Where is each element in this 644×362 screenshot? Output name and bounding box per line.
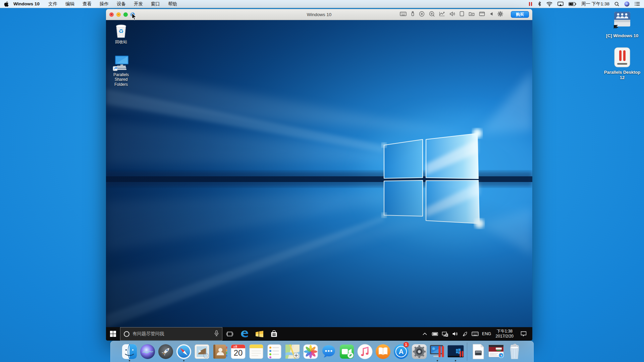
tray-touch-keyboard-icon[interactable] xyxy=(471,331,480,336)
dock-facetime-icon[interactable] xyxy=(339,341,355,362)
tray-windows-ink-icon[interactable] xyxy=(461,331,470,337)
dock-mail-icon[interactable] xyxy=(194,341,210,362)
cortana-icon xyxy=(124,331,129,337)
dock-app-store-icon[interactable]: A 1 xyxy=(393,341,410,362)
tray-chevron-up-icon[interactable] xyxy=(421,333,429,335)
dock-disk-image-document[interactable] xyxy=(470,341,487,362)
parallels-status-icon[interactable] xyxy=(529,2,533,6)
vm-window-title: Windows 10 xyxy=(307,12,332,17)
svg-text:♻: ♻ xyxy=(118,28,123,35)
parallels-vm-window: × − ▣ Windows 10 购买 xyxy=(106,9,532,341)
dock-trash-icon[interactable] xyxy=(506,341,523,362)
dock-photos-icon[interactable] xyxy=(303,341,319,362)
dvd-search-icon[interactable] xyxy=(429,11,435,18)
windows-taskbar: 有问题尽管问我 xyxy=(106,327,532,341)
edge-browser-button[interactable] xyxy=(237,327,252,341)
airplay-display-icon[interactable] xyxy=(557,2,564,6)
video-icon[interactable] xyxy=(479,11,485,18)
action-center-icon[interactable] xyxy=(517,331,530,337)
dock-separator xyxy=(467,343,467,361)
dock-finder-icon[interactable] xyxy=(121,341,138,362)
desktop-icon-parallels-12[interactable]: Parallels Desktop 12 xyxy=(602,47,642,81)
file-explorer-button[interactable] xyxy=(252,327,267,341)
notification-center-icon[interactable] xyxy=(635,2,640,6)
dock-launchpad-icon[interactable] xyxy=(158,341,174,362)
menu-edit[interactable]: 编辑 xyxy=(65,1,74,7)
menu-actions[interactable]: 操作 xyxy=(100,1,109,7)
minimize-button[interactable]: − xyxy=(116,12,121,17)
svg-text:A: A xyxy=(399,348,404,355)
svg-text:3D: 3D xyxy=(295,355,298,357)
dock-parallels-desktop-icon[interactable] xyxy=(429,341,446,362)
windows-desktop[interactable]: ♻ 回收站 Parallels Shared Folders xyxy=(106,20,532,341)
siri-icon[interactable] xyxy=(624,1,630,7)
zoom-button[interactable] xyxy=(123,12,128,17)
dock-system-preferences-icon[interactable] xyxy=(411,341,428,362)
buy-button[interactable]: 购买 xyxy=(511,11,529,18)
settings-gear-icon[interactable] xyxy=(497,11,503,18)
tablet-icon[interactable] xyxy=(460,11,464,18)
menu-develop[interactable]: 开发 xyxy=(134,1,143,7)
wifi-icon[interactable] xyxy=(546,2,552,6)
dock-siri-icon[interactable] xyxy=(140,341,156,362)
dock: 2月20 3D A 1 xyxy=(110,341,534,362)
close-button[interactable]: × xyxy=(109,12,114,17)
battery-charging-icon[interactable] xyxy=(569,2,576,6)
taskbar-date: 2017/2/20 xyxy=(496,334,514,339)
macos-desktop: Windows 10 文件 编辑 查看 操作 设备 开发 窗口 帮助 xyxy=(0,0,644,362)
dock-messages-icon[interactable] xyxy=(321,341,337,362)
tray-network-icon[interactable] xyxy=(441,331,449,337)
dock-ibooks-icon[interactable] xyxy=(375,341,391,362)
calendar-day-text: 20 xyxy=(234,348,243,357)
shared-folder-icon[interactable] xyxy=(469,11,475,18)
recycle-bin-icon[interactable]: ♻ 回收站 xyxy=(107,23,136,44)
network-graph-icon[interactable] xyxy=(439,11,445,18)
language-indicator[interactable]: ENG xyxy=(481,331,492,336)
tray-battery-icon[interactable] xyxy=(431,332,439,336)
task-view-button[interactable] xyxy=(222,327,237,341)
keyboard-icon[interactable] xyxy=(400,11,407,18)
store-button[interactable] xyxy=(267,327,281,341)
dock-maps-icon[interactable]: 3D xyxy=(284,341,301,362)
dock-notes-icon[interactable] xyxy=(248,341,265,362)
menu-devices[interactable]: 设备 xyxy=(117,1,126,7)
cortana-search-box[interactable]: 有问题尽管问我 xyxy=(120,327,222,341)
dock-reminders-icon[interactable] xyxy=(266,341,283,362)
bluetooth-icon[interactable] xyxy=(538,1,541,6)
dock-itunes-icon[interactable] xyxy=(357,341,373,362)
cd-dvd-icon[interactable] xyxy=(419,11,425,18)
start-button[interactable] xyxy=(106,327,120,341)
vm-window-titlebar[interactable]: × − ▣ Windows 10 购买 xyxy=(106,9,532,20)
app-store-badge: 1 xyxy=(404,342,409,347)
active-app-name[interactable]: Windows 10 xyxy=(13,1,40,6)
dock-minimized-safari-window[interactable] xyxy=(488,341,505,362)
taskbar-clock[interactable]: 下午1:38 2017/2/20 xyxy=(494,329,516,339)
menu-help[interactable]: 帮助 xyxy=(168,1,177,7)
spotlight-search-icon[interactable] xyxy=(614,2,619,6)
mouse-cursor xyxy=(131,13,137,21)
system-tray: ENG 下午1:38 2017/2/20 xyxy=(421,327,532,341)
apple-menu-icon[interactable] xyxy=(4,1,9,7)
back-icon[interactable] xyxy=(489,11,493,17)
menu-view[interactable]: 查看 xyxy=(83,1,92,7)
dock-contacts-icon[interactable] xyxy=(212,341,228,362)
calendar-month-text: 2月 xyxy=(233,345,237,348)
sound-icon[interactable] xyxy=(449,11,455,18)
desktop-icon-label: Parallels Desktop 12 xyxy=(604,70,641,81)
menu-bar-clock[interactable]: 周一 下午1:38 xyxy=(581,1,609,7)
desktop-icon-label: [C] Windows 10 xyxy=(606,33,639,39)
macos-menu-bar: Windows 10 文件 编辑 查看 操作 设备 开发 窗口 帮助 xyxy=(0,0,644,8)
shared-folders-label: Parallels Shared Folders xyxy=(109,72,133,87)
tray-volume-icon[interactable] xyxy=(451,331,460,336)
recycle-bin-label: 回收站 xyxy=(115,40,127,44)
usb-icon[interactable] xyxy=(411,11,415,18)
dock-windows-10-vm-thumbnail[interactable] xyxy=(447,341,464,362)
parallels-shared-folders-icon[interactable]: Parallels Shared Folders xyxy=(107,54,136,87)
desktop-icon-c-drive[interactable]: [C] Windows 10 xyxy=(602,11,642,39)
menu-file[interactable]: 文件 xyxy=(48,1,57,7)
menu-window[interactable]: 窗口 xyxy=(151,1,160,7)
dock-safari-icon[interactable] xyxy=(176,341,192,362)
dock-calendar-icon[interactable]: 2月20 xyxy=(230,341,247,362)
search-placeholder: 有问题尽管问我 xyxy=(132,331,211,337)
microphone-icon[interactable] xyxy=(214,330,219,338)
